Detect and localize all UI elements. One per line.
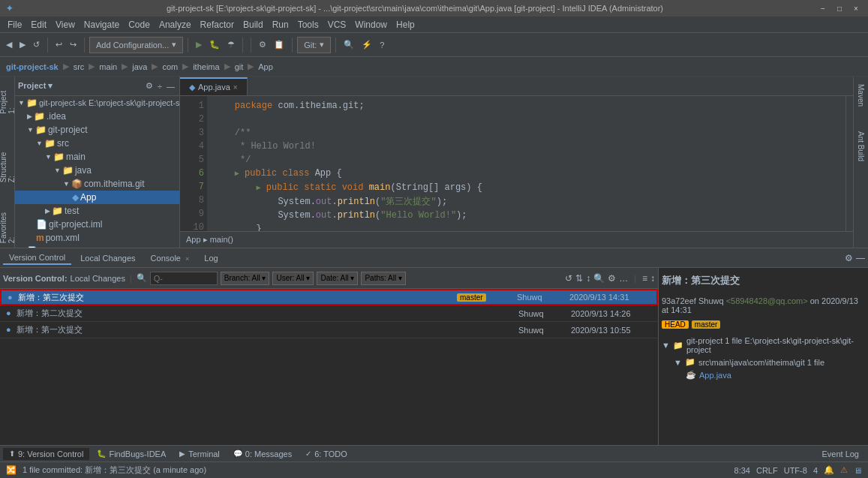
project-collapse-button[interactable]: — — [165, 80, 176, 92]
vc-commit-row-0[interactable]: ● 新增：第三次提交 master Shuwq 2020/9/13 14:31 — [0, 289, 658, 305]
menu-help[interactable]: Help — [392, 20, 419, 30]
menu-navigate[interactable]: Navigate — [80, 20, 124, 30]
vc-tree-file[interactable]: ☕ App.java — [662, 368, 865, 381]
code-editor[interactable]: package com.itheima.git; /** * Hello Wor… — [207, 96, 845, 231]
tree-item-src[interactable]: ▼ 📁 src — [15, 137, 179, 150]
tree-item-gitproject[interactable]: ▼ 📁 git-project — [15, 123, 179, 137]
find-action-button[interactable]: ⚡ — [359, 36, 375, 54]
nav-main[interactable]: main — [96, 61, 120, 73]
nav-app[interactable]: App — [255, 61, 276, 73]
editor-scrollbar[interactable] — [845, 96, 853, 231]
vc-commit-row-2[interactable]: ● 新增：第一次提交 Shuwq 2020/9/13 10:55 — [0, 322, 658, 338]
status-tab-terminal[interactable]: ▶ Terminal — [173, 448, 226, 460]
vc-refresh-button[interactable]: ↺ — [565, 273, 572, 284]
bottom-settings-button[interactable]: ⚙ — [845, 253, 853, 263]
vc-diff-button[interactable]: ↕ — [586, 273, 590, 284]
vc-cherry-pick-button[interactable]: ⇅ — [575, 273, 583, 284]
bottom-tab-local-changes[interactable]: Local Changes — [74, 252, 141, 264]
help-button[interactable]: ? — [377, 36, 387, 54]
vc-expand-button[interactable]: ↕ — [650, 273, 655, 284]
status-tab-vc[interactable]: ⬆ 9: Version Control — [3, 448, 89, 460]
structure-tab[interactable]: Z: Structure — [0, 141, 17, 187]
menu-window[interactable]: Window — [350, 20, 392, 30]
project-panel: Project ▾ ⚙ ÷ — ▼ 📁 git-project-sk E:\pr… — [15, 77, 180, 248]
menu-analyze[interactable]: Analyze — [155, 20, 196, 30]
tab-close-icon[interactable]: × — [233, 83, 238, 92]
vc-filter-user[interactable]: User: All ▾ — [272, 272, 314, 285]
nav-project-root[interactable]: git-project-sk — [3, 61, 62, 73]
bottom-tab-log[interactable]: Log — [198, 252, 224, 264]
add-configuration-button[interactable]: Add Configuration... ▾ — [89, 37, 183, 53]
editor-tab-app[interactable]: ◆ App.java × — [180, 77, 248, 95]
line-num-1: 1 — [180, 99, 204, 113]
menu-file[interactable]: File — [3, 20, 26, 30]
vc-config-button[interactable]: ⚙ — [608, 273, 616, 284]
nav-itheima[interactable]: itheima — [190, 61, 222, 73]
debug-button[interactable]: 🐛 — [206, 36, 223, 54]
undo-button[interactable]: ↩ — [53, 36, 65, 54]
tree-item-app[interactable]: ◆ App — [15, 191, 179, 204]
close-button[interactable]: × — [850, 2, 862, 14]
refresh-button[interactable]: ↺ — [30, 36, 43, 54]
toolbar: ◀ ▶ ↺ ↩ ↪ Add Configuration... ▾ ▶ 🐛 ☂ ⚙… — [0, 33, 868, 57]
menu-vcs[interactable]: VCS — [323, 20, 351, 30]
nav-git[interactable]: git — [232, 61, 247, 73]
back-button[interactable]: ◀ — [3, 36, 15, 54]
tree-item-main[interactable]: ▼ 📁 main — [15, 150, 179, 164]
vcs-button[interactable]: 📋 — [271, 36, 287, 54]
bottom-tab-console[interactable]: Console × — [145, 252, 196, 264]
vc-commit-row-1[interactable]: ● 新增：第二次提交 Shuwq 2020/9/13 14:26 — [0, 305, 658, 322]
bottom-close-button[interactable]: — — [856, 253, 865, 263]
vc-tree-root[interactable]: ▼ 📁 git-project 1 file E:\project-sk\git… — [662, 335, 865, 356]
settings-button[interactable]: ⚙ — [256, 36, 269, 54]
vc-commit-date-0: 2020/9/13 14:31 — [566, 293, 656, 302]
menu-code[interactable]: Code — [124, 20, 155, 30]
nav-java[interactable]: java — [129, 61, 150, 73]
nav-src[interactable]: src — [71, 61, 88, 73]
coverage-button[interactable]: ☂ — [224, 36, 238, 54]
project-tab[interactable]: 1: Project — [0, 80, 17, 119]
vc-tree-path[interactable]: ▼ 📁 src\main\java\com\itheima\git 1 file — [662, 356, 865, 368]
vc-collapse-button[interactable]: ≡ — [642, 273, 647, 284]
vc-search-input[interactable] — [150, 272, 218, 285]
status-tab-messages[interactable]: 💬 0: Messages — [227, 448, 298, 460]
tree-item-pom[interactable]: m pom.xml — [15, 231, 179, 245]
redo-button[interactable]: ↪ — [67, 36, 80, 54]
vc-filter-date[interactable]: Date: All ▾ — [317, 272, 358, 285]
menu-view[interactable]: View — [51, 20, 80, 30]
project-gear-button[interactable]: ÷ — [156, 80, 164, 92]
search-everywhere-button[interactable]: 🔍 — [341, 36, 357, 54]
menu-tools[interactable]: Tools — [293, 20, 323, 30]
tree-item-java[interactable]: ▼ 📁 java — [15, 164, 179, 177]
code-line-2 — [213, 113, 839, 126]
tree-item-iml[interactable]: 📄 git-project.iml — [15, 218, 179, 231]
nav-com[interactable]: com — [159, 61, 181, 73]
menu-refactor[interactable]: Refactor — [196, 20, 239, 30]
event-log-label[interactable]: Event Log — [815, 449, 865, 458]
vc-search-button[interactable]: 🔍 — [593, 273, 605, 284]
console-close-icon[interactable]: × — [185, 255, 189, 263]
menu-edit[interactable]: Edit — [26, 20, 51, 30]
menu-build[interactable]: Build — [239, 20, 268, 30]
vc-filter-branch[interactable]: Branch: All ▾ — [221, 272, 270, 285]
forward-button[interactable]: ▶ — [17, 36, 29, 54]
favorites-tab[interactable]: 2: Favorites — [0, 202, 17, 248]
tree-item-package[interactable]: ▼ 📦 com.itheima.git — [15, 177, 179, 191]
tree-item-idea[interactable]: ▶ 📁 .idea — [15, 110, 179, 123]
ant-build-tab[interactable]: Ant Build — [855, 127, 866, 166]
vc-more-button[interactable]: … — [619, 273, 628, 284]
tree-item-root[interactable]: ▼ 📁 git-project-sk E:\project-sk\git-pro… — [15, 96, 179, 110]
vc-filter-paths[interactable]: Paths: All ▾ — [361, 272, 405, 285]
tree-item-test[interactable]: ▶ 📁 test — [15, 204, 179, 218]
menu-run[interactable]: Run — [268, 20, 293, 30]
maximize-button[interactable]: □ — [833, 2, 845, 14]
git-dropdown[interactable]: Git: ▾ — [297, 37, 331, 53]
bottom-tab-vc[interactable]: Version Control — [3, 251, 71, 265]
minimize-button[interactable]: − — [817, 2, 829, 14]
maven-tab[interactable]: Maven — [855, 80, 866, 111]
run-button[interactable]: ▶ — [193, 36, 205, 54]
status-tab-todo[interactable]: ✓ 6: TODO — [299, 448, 353, 460]
project-settings-button[interactable]: ⚙ — [144, 80, 155, 92]
notification-icon[interactable]: 🔔 — [824, 465, 834, 475]
status-tab-findbugs[interactable]: 🐛 FindBugs-IDEA — [91, 448, 172, 460]
